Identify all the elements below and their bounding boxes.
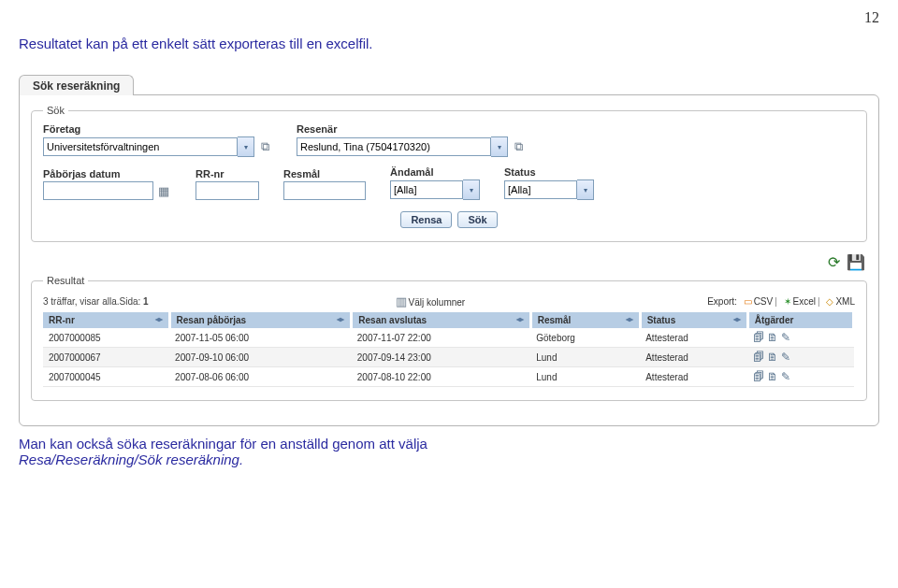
start-date-label: Påbörjas datum [43, 168, 171, 179]
chevron-down-icon: ▾ [470, 186, 473, 194]
cell-status: Attesterad [640, 367, 747, 387]
search-legend: Sök [43, 105, 68, 116]
cell-dest: Lund [530, 367, 640, 387]
table-row: 20070000452007-08-06 06:002007-08-10 22:… [43, 367, 854, 387]
search-button[interactable]: Sök [457, 211, 497, 228]
col-dest[interactable]: Resmål◂▸ [530, 312, 640, 328]
cell-status: Attesterad [640, 328, 747, 348]
choose-columns[interactable]: ▥Välj kolumner [391, 294, 466, 308]
col-status[interactable]: Status◂▸ [640, 312, 747, 328]
clear-button[interactable]: Rensa [400, 211, 452, 228]
export-label: Export: [707, 296, 737, 307]
col-actions-label: Åtgärder [755, 315, 794, 325]
outro-text: Man kan också söka reseräkningar för en … [19, 436, 879, 467]
cell-status: Attesterad [640, 348, 747, 367]
export-sep: | [818, 296, 820, 307]
edit-icon[interactable]: ✎ [781, 370, 790, 383]
dest-field: Resmål [283, 168, 366, 200]
view-icon[interactable]: 🗐 [753, 351, 764, 364]
save-icon[interactable]: 💾 [847, 254, 865, 270]
tab-panel: Sök Företag ▾ ⧉ Resenär ▾ ⧉ [19, 94, 879, 426]
cell-end: 2007-08-10 22:00 [352, 367, 530, 387]
col-dest-label: Resmål [538, 315, 572, 325]
copy-icon[interactable]: 🗎 [767, 351, 778, 364]
col-start-label: Resan påbörjas [177, 315, 246, 325]
results-summary: 3 träffar, visar alla.Sida: 1 [43, 296, 149, 307]
cell-actions: 🗐🗎✎ [747, 348, 853, 367]
rr-input[interactable] [196, 181, 259, 200]
outro-line-1: Man kan också söka reseräkningar för en … [19, 436, 427, 452]
sort-icon: ◂▸ [626, 315, 633, 323]
company-input[interactable] [43, 137, 238, 156]
cell-actions: 🗐🗎✎ [747, 367, 853, 387]
cell-rr: 2007000045 [43, 367, 169, 387]
status-label: Status [504, 166, 594, 178]
results-summary-text: 3 träffar, visar alla.Sida: [43, 296, 143, 307]
chevron-down-icon: ▾ [498, 143, 501, 151]
export-sep: | [775, 296, 777, 307]
status-input[interactable] [504, 180, 577, 199]
page-number: 12 [19, 9, 879, 26]
results-legend: Resultat [43, 275, 88, 286]
rr-label: RR-nr [196, 168, 259, 179]
purpose-field: Ändamål ▾ [390, 166, 480, 200]
status-field: Status ▾ [504, 166, 594, 200]
company-picker-icon[interactable]: ⧉ [257, 139, 272, 154]
cell-actions: 🗐🗎✎ [747, 328, 853, 348]
cell-dest: Lund [530, 348, 640, 367]
col-status-label: Status [647, 315, 676, 325]
dest-input[interactable] [283, 181, 366, 200]
purpose-label: Ändamål [390, 166, 480, 178]
traveller-dropdown-button[interactable]: ▾ [491, 136, 508, 157]
traveller-field: Resenär ▾ ⧉ [297, 123, 526, 157]
col-actions: Åtgärder [747, 312, 853, 328]
company-dropdown-button[interactable]: ▾ [238, 136, 254, 157]
view-icon[interactable]: 🗐 [753, 331, 764, 344]
col-rr-label: RR-nr [49, 315, 75, 325]
purpose-dropdown-button[interactable]: ▾ [463, 179, 480, 200]
intro-text: Resultatet kan på ett enkelt sätt export… [19, 36, 879, 51]
traveller-picker-icon[interactable]: ⧉ [511, 139, 526, 154]
table-row: 20070000672007-09-10 06:002007-09-14 23:… [43, 348, 854, 367]
cell-start: 2007-09-10 06:00 [169, 348, 352, 367]
company-field: Företag ▾ ⧉ [43, 123, 272, 157]
chevron-down-icon: ▾ [584, 186, 587, 194]
view-icon[interactable]: 🗐 [753, 370, 764, 383]
purpose-input[interactable] [390, 180, 463, 199]
cell-rr: 2007000085 [43, 328, 169, 348]
col-start[interactable]: Resan påbörjas◂▸ [169, 312, 352, 328]
results-fieldset: Resultat 3 träffar, visar alla.Sida: 1 ▥… [31, 275, 867, 401]
copy-icon[interactable]: 🗎 [767, 370, 778, 383]
edit-icon[interactable]: ✎ [781, 351, 790, 364]
chevron-down-icon: ▾ [244, 143, 248, 151]
col-rr[interactable]: RR-nr◂▸ [43, 312, 169, 328]
cell-start: 2007-08-06 06:00 [169, 367, 352, 387]
refresh-icon[interactable]: ⟳ [828, 254, 840, 270]
rr-field: RR-nr [196, 168, 259, 200]
export-links: Export: CSV| Excel| XML [707, 296, 855, 307]
sort-icon: ◂▸ [155, 315, 163, 323]
choose-columns-label: Välj kolumner [409, 297, 466, 308]
sort-icon: ◂▸ [337, 315, 344, 323]
copy-icon[interactable]: 🗎 [767, 331, 778, 344]
edit-icon[interactable]: ✎ [781, 331, 790, 344]
outro-line-2: Resa/Reseräkning/Sök reseräkning. [19, 452, 243, 467]
export-xml-link[interactable]: XML [826, 296, 855, 307]
results-table: RR-nr◂▸ Resan påbörjas◂▸ Resan avslutas◂… [43, 312, 855, 387]
columns-icon: ▥ [394, 294, 409, 308]
traveller-label: Resenär [297, 123, 526, 135]
tab-search-travel[interactable]: Sök reseräkning [19, 75, 134, 95]
cell-dest: Göteborg [530, 328, 640, 348]
cell-start: 2007-11-05 06:00 [169, 328, 352, 348]
status-dropdown-button[interactable]: ▾ [577, 179, 594, 200]
results-page-current: 1 [143, 296, 149, 307]
cell-rr: 2007000067 [43, 348, 169, 367]
export-csv-link[interactable]: CSV [744, 296, 774, 307]
col-end[interactable]: Resan avslutas◂▸ [352, 312, 530, 328]
col-end-label: Resan avslutas [358, 315, 427, 325]
calendar-icon[interactable]: ▦ [156, 183, 171, 198]
sort-icon: ◂▸ [516, 315, 524, 323]
export-excel-link[interactable]: Excel [784, 296, 816, 307]
start-date-input[interactable] [43, 181, 153, 200]
traveller-input[interactable] [297, 137, 491, 156]
